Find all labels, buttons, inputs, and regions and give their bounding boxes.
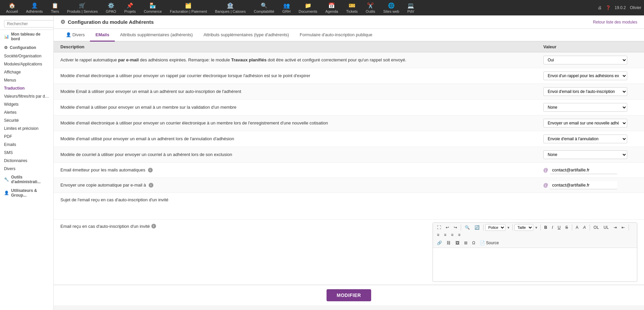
rte-indent-btn[interactable]: ⇥: [611, 224, 619, 231]
sidebar-section-users[interactable]: 👤 Utilisateurs & Group...: [0, 186, 53, 200]
nav-facturation[interactable]: 🗂️ Facturation | Paiement: [166, 1, 210, 15]
row-val-copie-auto: @: [543, 181, 637, 189]
main-layout: ▼ 📊 Mon tableau de bord ⚙ Configuration …: [0, 15, 644, 310]
rte-redo-btn[interactable]: ↪: [452, 224, 459, 231]
rte-image-btn[interactable]: 🖼: [453, 240, 461, 246]
sidebar-item-divers[interactable]: Divers: [0, 165, 53, 173]
print-icon[interactable]: 🖨: [598, 5, 602, 10]
rte-table-btn[interactable]: ⊞: [462, 240, 469, 246]
sidebar-section-config[interactable]: ⚙ Configuration: [0, 43, 53, 52]
sidebar-item-widgets[interactable]: Widgets: [0, 100, 53, 108]
select-modele-annulation[interactable]: Envoie d'email à l'annulation: [543, 135, 627, 143]
rte-strikethrough-btn[interactable]: S: [563, 224, 570, 231]
rte-bold-btn[interactable]: B: [542, 224, 549, 231]
sidebar-section-outils[interactable]: 🔧 Outils d'administrati...: [0, 173, 53, 186]
rte-fontcolor-btn[interactable]: A: [574, 224, 581, 231]
email-copie-input[interactable]: [550, 181, 617, 189]
nav-sites-web[interactable]: 🌐 Sites web: [380, 1, 403, 15]
row-val-modele-rappel: Envoi d'un rappel pour les adhésions exp…: [543, 71, 637, 80]
tab-formulaire[interactable]: Formulaire d'auto-inscription publique: [294, 29, 378, 42]
info-icon-email-rte[interactable]: i: [151, 224, 156, 228]
sidebar-item-traduction[interactable]: Traduction: [0, 84, 53, 92]
rte-replace-btn[interactable]: 🔄: [473, 224, 482, 231]
select-modele-rappel[interactable]: Envoi d'un rappel pour les adhésions exp…: [543, 71, 627, 80]
sidebar-item-limites[interactable]: Limites et précision: [0, 124, 53, 133]
sidebar-item-modules[interactable]: Modules/Applications: [0, 60, 53, 68]
email-input-row-copie: @: [543, 181, 617, 189]
rte-align-justify-btn[interactable]: ≡: [456, 231, 462, 238]
nav-tiers[interactable]: 📋 Tiers: [48, 1, 62, 15]
rte-body[interactable]: [433, 248, 637, 281]
back-link[interactable]: Retour liste des modules: [593, 20, 637, 24]
select-rappel-activer[interactable]: Oui Non: [543, 56, 627, 64]
row-desc-email-rte: Email reçu en cas d'auto-inscription d'u…: [54, 220, 433, 285]
sidebar-item-valeurs[interactable]: Valeurs/filtres/tris par déf...: [0, 92, 53, 100]
tab-emails[interactable]: EMails: [90, 29, 114, 42]
rte-align-center-btn[interactable]: ≡: [442, 231, 448, 238]
nav-agenda[interactable]: 📅 Agenda: [322, 1, 341, 15]
sidebar-item-emails[interactable]: Emails: [0, 141, 53, 149]
nav-documents[interactable]: 📁 Documents: [295, 1, 321, 15]
sidebar-item-affichage[interactable]: Affichage: [0, 68, 53, 76]
nav-accueil[interactable]: 🏠 Accueil: [3, 1, 21, 15]
rte-undo-btn[interactable]: ↩: [444, 224, 451, 231]
nav-comptabilite[interactable]: 🔍 Comptabilité: [250, 1, 278, 15]
tab-attributs-type[interactable]: Attributs supplémentaires (type d'adhére…: [198, 29, 294, 42]
nav-grh[interactable]: 👥 GRH: [279, 1, 294, 15]
rte-fullscreen-btn[interactable]: ⛶: [435, 224, 443, 231]
nav-projets[interactable]: 📌 Projets: [121, 1, 139, 15]
outils-icon: ✂️: [367, 2, 374, 9]
table-row-sujet: Sujet de l'email reçu en cas d'auto-insc…: [54, 193, 644, 220]
rte-ol-btn[interactable]: OL: [592, 224, 601, 231]
select-modele-exclusion[interactable]: None: [543, 150, 627, 159]
nav-tickets[interactable]: 🎫 Tickets: [343, 1, 361, 15]
modifier-button[interactable]: MODIFIER: [327, 289, 371, 301]
rte-link-btn[interactable]: 🔗: [435, 240, 444, 246]
rich-text-editor: ⛶ ↩ ↪ 🔍 🔄 Police ▼: [433, 222, 637, 282]
tab-divers[interactable]: 👤 Divers: [60, 29, 90, 42]
nav-outils[interactable]: ✂️ Outils: [362, 1, 379, 15]
sidebar-item-menus[interactable]: Menus: [0, 76, 53, 84]
sidebar-item-alertes[interactable]: Alertes: [0, 108, 53, 116]
sidebar-section-dashboard[interactable]: 📊 Mon tableau de bord: [0, 30, 53, 43]
sidebar-item-pdf[interactable]: PDF: [0, 133, 53, 141]
tab-attributs-adherents[interactable]: Attributs supplémentaires (adhérents): [115, 29, 198, 42]
rte-align-right-btn[interactable]: ≡: [449, 231, 455, 238]
rte-outdent-btn[interactable]: ⇤: [620, 224, 627, 231]
rte-align-left-btn[interactable]: ≡: [435, 231, 441, 238]
table-row: Modèle d'email électronique à utiliser p…: [54, 115, 644, 131]
produits-icon: 🛒: [79, 2, 86, 9]
info-icon-emetteur[interactable]: i: [148, 168, 153, 172]
footer-bar: MODIFIER: [54, 285, 644, 305]
rte-source-btn[interactable]: 📄 Source: [478, 240, 501, 246]
rte-font-select[interactable]: Police: [485, 224, 505, 231]
rte-ul-btn[interactable]: UL: [602, 224, 611, 231]
nav-pdv[interactable]: 💻 PdV: [404, 1, 418, 15]
select-modele-auto-inscription[interactable]: Envoi d'email lors de l'auto-inscription: [543, 87, 627, 96]
info-icon-copie[interactable]: i: [149, 183, 153, 188]
rte-bgcolor-btn[interactable]: A: [581, 224, 588, 231]
nav-produits[interactable]: 🛒 Produits | Services: [64, 1, 101, 15]
sidebar-item-societe[interactable]: Société/Organisation: [0, 52, 53, 60]
help-icon[interactable]: ❓: [606, 5, 611, 10]
rte-find-btn[interactable]: 🔍: [463, 224, 472, 231]
select-modele-cotisation[interactable]: Envoyer un email sur une nouvelle adhési…: [543, 119, 627, 127]
rte-underline-btn[interactable]: U: [556, 224, 563, 231]
sidebar-item-dictionnaires[interactable]: Dictionnaires: [0, 157, 53, 165]
nav-adherents[interactable]: 👤 Adhérents: [22, 1, 46, 15]
rte-font-caret: ▼: [506, 226, 511, 229]
rte-special-btn[interactable]: Ω: [470, 240, 477, 246]
select-modele-validation[interactable]: None: [543, 103, 627, 112]
nav-gpao[interactable]: ⚙️ GPAO: [102, 1, 119, 15]
rte-size-select[interactable]: Taille: [514, 224, 533, 231]
row-desc-modele-exclusion: Modèle de courriel à utiliser pour envoy…: [60, 152, 543, 158]
search-input[interactable]: [4, 20, 54, 28]
sidebar-item-sms[interactable]: SMS: [0, 149, 53, 157]
nav-banques[interactable]: 🏦 Banques | Caisses: [212, 1, 249, 15]
rte-unlink-btn[interactable]: ⛓: [445, 240, 453, 246]
email-emetteur-input[interactable]: [550, 166, 617, 174]
rte-italic-btn[interactable]: I: [550, 224, 555, 231]
nav-commerce[interactable]: 🏪 Commerce: [140, 1, 165, 15]
sidebar-item-securite[interactable]: Sécurité: [0, 116, 53, 124]
rte-sep-7: [629, 224, 629, 230]
